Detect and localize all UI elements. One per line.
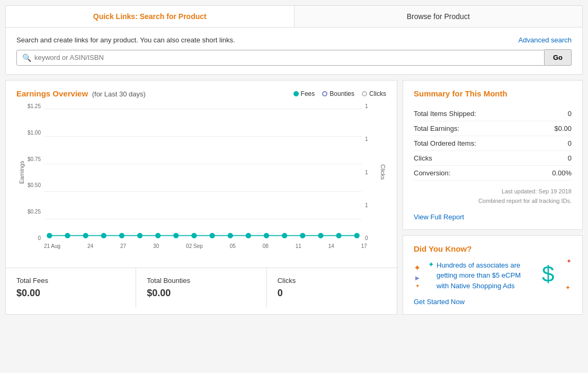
summary-key-clicks: Clicks	[414, 154, 432, 162]
total-bounties-value: $0.00	[147, 288, 255, 299]
total-fees-value: $0.00	[16, 288, 125, 299]
summary-key-ordered: Total Ordered Items:	[414, 139, 476, 147]
summary-row-conversion: Conversion: 0.00%	[414, 166, 572, 181]
summary-val-clicks: 0	[568, 154, 572, 162]
y-axis-right: 1 1 1 1 0	[362, 103, 378, 241]
chart-container: Earnings $1.25 $1.00 $0.75 $0.50 $0.25 0	[6, 103, 397, 268]
did-you-know-box: Did You Know? ✦ ▶ ✦ ✦ Hundreds of associ…	[403, 235, 583, 315]
summary-key-conversion: Conversion:	[414, 169, 450, 177]
clicks-dot-icon	[362, 91, 367, 96]
dyk-left-decoration: ✦ ▶ ✦	[414, 263, 421, 289]
dyk-text-row: ✦ Hundreds of associates are getting mor…	[428, 260, 534, 291]
earnings-title: Earnings Overview	[16, 89, 88, 98]
bounties-dot-icon	[322, 91, 327, 96]
summary-row-clicks: Clicks 0	[414, 151, 572, 166]
earnings-subtitle: (for Last 30 days)	[92, 90, 146, 98]
legend-clicks: Clicks	[362, 90, 386, 97]
dyk-content: ✦ ▶ ✦ ✦ Hundreds of associates are getti…	[414, 260, 572, 291]
advanced-search-link[interactable]: Advanced search	[519, 36, 572, 44]
search-input-wrapper: 🔍	[16, 50, 545, 66]
star-red-icon: ✦	[566, 257, 572, 265]
view-full-report-link[interactable]: View Full Report	[414, 213, 572, 221]
total-clicks-value: 0	[278, 288, 386, 299]
chart-svg	[44, 103, 362, 241]
arrow-right-icon: ▶	[415, 275, 420, 281]
earnings-header: Earnings Overview (for Last 30 days) Fee…	[6, 81, 397, 103]
search-description-text: Search and create links for any product.…	[16, 36, 235, 44]
dollar-sign-icon: $	[542, 262, 554, 287]
y-axis-earnings-label: Earnings	[16, 103, 25, 241]
summary-val-conversion: 0.00%	[552, 169, 572, 177]
fees-dot-icon	[293, 91, 299, 96]
summary-val-ordered: 0	[568, 139, 572, 147]
star-orange-top-icon: ✦	[414, 263, 421, 273]
left-panel: Earnings Overview (for Last 30 days) Fee…	[5, 80, 397, 315]
summary-row-earnings: Total Earnings: $0.00	[414, 121, 572, 136]
search-input[interactable]	[34, 54, 539, 61]
dyk-text-area: ✦ Hundreds of associates are getting mor…	[428, 260, 534, 291]
search-icon: 🔍	[22, 54, 31, 62]
main-content: Earnings Overview (for Last 30 days) Fee…	[5, 80, 583, 315]
total-clicks-label: Clicks	[278, 277, 386, 285]
go-button[interactable]: Go	[545, 49, 572, 66]
combined-report-text: Combined report for all tracking IDs.	[414, 197, 572, 206]
y-axis: $1.25 $1.00 $0.75 $0.50 $0.25 0	[25, 103, 44, 241]
summary-row-items-shipped: Total Items Shipped: 0	[414, 106, 572, 121]
totals-row: Total Fees $0.00 Total Bounties $0.00 Cl…	[6, 268, 397, 307]
summary-box: Summary for This Month Total Items Shipp…	[403, 80, 583, 230]
total-bounties-cell: Total Bounties $0.00	[136, 268, 266, 307]
did-you-know-title: Did You Know?	[414, 244, 572, 253]
chart-svg-wrapper	[44, 103, 362, 241]
star-orange-small-icon: ✦	[565, 284, 571, 291]
total-bounties-label: Total Bounties	[147, 277, 255, 285]
legend-bounties: Bounties	[322, 90, 354, 97]
total-clicks-cell: Clicks 0	[267, 268, 397, 307]
chart-inner: Earnings $1.25 $1.00 $0.75 $0.50 $0.25 0	[16, 103, 386, 241]
star-teal-icon: ✦	[428, 260, 434, 269]
summary-key-earnings: Total Earnings:	[414, 125, 459, 132]
search-input-row: 🔍 Go	[16, 49, 572, 66]
x-axis: 21 Aug 24 27 30 02 Sep 05 08 11 14 17	[16, 241, 386, 249]
dyk-dollar-icon-wrapper: ✦ $ ✦	[540, 260, 572, 291]
star-orange-bottom-icon: ✦	[415, 283, 420, 289]
top-section: Quick Links: Search for Product Browse f…	[5, 5, 583, 75]
summary-row-ordered: Total Ordered Items: 0	[414, 136, 572, 151]
last-updated-text: Last updated: Sep 19 2018	[414, 187, 572, 197]
summary-val-earnings: $0.00	[554, 125, 572, 132]
right-panel: Summary for This Month Total Items Shipp…	[403, 80, 583, 315]
summary-key-items-shipped: Total Items Shipped:	[414, 110, 476, 118]
total-fees-label: Total Fees	[16, 277, 125, 285]
get-started-link[interactable]: Get Started Now	[414, 298, 572, 306]
tab-quick-links[interactable]: Quick Links: Search for Product	[6, 6, 295, 27]
search-area: Search and create links for any product.…	[6, 28, 582, 74]
summary-footer: Last updated: Sep 19 2018 Combined repor…	[414, 187, 572, 206]
total-fees-cell: Total Fees $0.00	[6, 268, 136, 307]
dyk-text: Hundreds of associates are getting more …	[436, 260, 534, 291]
tabs-row: Quick Links: Search for Product Browse f…	[6, 6, 582, 28]
tab-browse[interactable]: Browse for Product	[295, 6, 583, 27]
search-description-row: Search and create links for any product.…	[16, 36, 572, 44]
clicks-axis-label: Clicks	[378, 103, 386, 241]
legend-fees: Fees	[293, 90, 315, 97]
legend: Fees Bounties Clicks	[293, 90, 386, 97]
summary-val-items-shipped: 0	[568, 110, 572, 118]
summary-title: Summary for This Month	[414, 89, 572, 98]
earnings-title-group: Earnings Overview (for Last 30 days)	[16, 89, 146, 98]
